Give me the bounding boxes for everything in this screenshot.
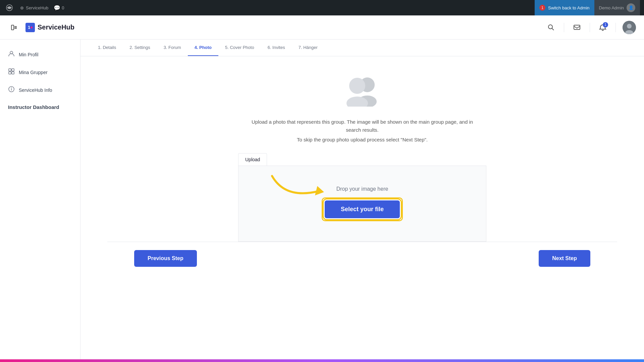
tab-forum-label: 3. Forum xyxy=(164,45,181,50)
tab-details-label: 1. Details xyxy=(98,45,116,50)
sidebar: Min Profil Mina Grupper Ser xyxy=(0,40,80,362)
sidebar-item-min-profil-label: Min Profil xyxy=(19,52,38,57)
tab-settings[interactable]: 2. Settings xyxy=(123,40,157,56)
drop-zone-text: Drop your image here xyxy=(336,186,388,192)
header-divider-2 xyxy=(590,23,590,32)
sidebar-item-mina-grupper-label: Mina Grupper xyxy=(19,70,48,75)
tab-details[interactable]: 1. Details xyxy=(91,40,123,56)
header-right: 1 xyxy=(545,21,636,34)
brand-logo[interactable]: 1 ServiceHub xyxy=(25,23,74,32)
header-divider-3 xyxy=(615,23,616,32)
photo-content: Upload a photo that represents this grou… xyxy=(80,56,644,288)
steps-tabs: 1. Details 2. Settings 3. Forum 4. Photo… xyxy=(80,40,644,56)
search-button[interactable] xyxy=(545,21,557,34)
brand-icon: 1 xyxy=(25,23,35,32)
instructor-dashboard-label: Instructor Dashboard xyxy=(8,104,59,110)
content-card: 1. Details 2. Settings 3. Forum 4. Photo… xyxy=(80,40,644,362)
bottom-gradient-bar xyxy=(0,359,644,362)
svg-rect-13 xyxy=(12,69,14,71)
photo-skip-text: To skip the group photo upload process s… xyxy=(297,137,428,142)
tab-hanger-label: 7. Hänger xyxy=(299,45,318,50)
upload-tabs: Upload xyxy=(238,153,486,166)
tab-cover-photo[interactable]: 5. Cover Photo xyxy=(218,40,261,56)
sidebar-item-instructor-dashboard[interactable]: Instructor Dashboard xyxy=(0,100,80,115)
upload-tab-label: Upload xyxy=(245,157,260,162)
wp-admin-bar: ⊛ ServiceHub 💬 0 1 Switch back to Admin … xyxy=(0,0,644,15)
comments-icon-wrapper[interactable]: 💬 0 xyxy=(54,5,64,11)
sidebar-item-min-profil[interactable]: Min Profil xyxy=(0,46,80,63)
previous-step-label: Previous Step xyxy=(148,255,183,261)
next-step-button[interactable]: Next Step xyxy=(539,250,590,267)
switch-admin-badge: 1 xyxy=(539,5,545,11)
site-name[interactable]: ⊛ ServiceHub xyxy=(20,5,48,10)
demo-admin-label: Demo Admin xyxy=(599,5,624,10)
tab-settings-label: 2. Settings xyxy=(129,45,150,50)
svg-rect-15 xyxy=(12,72,14,74)
svg-rect-14 xyxy=(9,72,11,74)
tab-cover-photo-label: 5. Cover Photo xyxy=(225,45,254,50)
svg-point-5 xyxy=(548,25,552,29)
select-file-highlight: Select your file xyxy=(322,197,403,221)
tab-photo[interactable]: 4. Photo xyxy=(188,40,218,56)
photo-description: Upload a photo that represents this grou… xyxy=(245,118,480,134)
notifications-button[interactable]: 1 xyxy=(597,21,609,34)
switch-back-admin-button[interactable]: 1 Switch back to Admin xyxy=(535,0,594,15)
switch-admin-label: Switch back to Admin xyxy=(548,5,590,10)
comment-icon: 💬 xyxy=(54,5,60,11)
comments-count: 0 xyxy=(62,5,64,10)
svg-point-9 xyxy=(627,24,632,28)
tab-invites[interactable]: 6. Invites xyxy=(261,40,292,56)
user-icon xyxy=(8,50,15,59)
tab-hanger[interactable]: 7. Hänger xyxy=(292,40,324,56)
site-bubble-icon: ⊛ xyxy=(20,5,24,10)
next-step-label: Next Step xyxy=(552,255,577,261)
tab-photo-label: 4. Photo xyxy=(195,45,212,50)
main-header: 1 ServiceHub 1 xyxy=(0,15,644,40)
header-divider-1 xyxy=(564,23,564,32)
sidebar-item-servicehub-info[interactable]: ServiceHub Info xyxy=(0,82,80,98)
demo-admin-menu[interactable]: Demo Admin 👤 xyxy=(594,0,640,15)
tab-forum[interactable]: 3. Forum xyxy=(157,40,188,56)
svg-marker-23 xyxy=(315,186,324,195)
site-name-label: ServiceHub xyxy=(26,5,48,10)
brand-name: ServiceHub xyxy=(38,23,74,31)
drop-zone[interactable]: Drop your image here Select your file xyxy=(238,166,486,242)
select-file-button[interactable]: Select your file xyxy=(325,200,400,218)
group-avatar-placeholder xyxy=(342,70,382,110)
groups-icon xyxy=(8,68,15,76)
info-icon xyxy=(8,86,15,94)
svg-point-18 xyxy=(11,88,12,88)
app-layout: Min Profil Mina Grupper Ser xyxy=(0,40,644,362)
demo-admin-avatar: 👤 xyxy=(627,3,635,12)
svg-rect-1 xyxy=(11,25,14,30)
notifications-badge: 1 xyxy=(603,22,608,27)
svg-point-21 xyxy=(349,78,365,94)
svg-line-6 xyxy=(552,28,554,30)
user-avatar[interactable] xyxy=(623,21,636,34)
sidebar-item-servicehub-info-label: ServiceHub Info xyxy=(19,87,52,93)
wp-logo-icon[interactable] xyxy=(4,2,15,13)
select-file-label: Select your file xyxy=(341,206,384,213)
svg-rect-12 xyxy=(9,69,11,71)
svg-rect-7 xyxy=(574,25,580,29)
sidebar-item-mina-grupper[interactable]: Mina Grupper xyxy=(0,64,80,80)
messages-button[interactable] xyxy=(571,21,583,34)
main-content: 1. Details 2. Settings 3. Forum 4. Photo… xyxy=(80,40,644,362)
upload-tab[interactable]: Upload xyxy=(238,153,267,166)
sidebar-toggle-button[interactable] xyxy=(8,21,20,34)
previous-step-button[interactable]: Previous Step xyxy=(134,250,197,267)
navigation-buttons: Previous Step Next Step xyxy=(107,242,617,275)
tab-invites-label: 6. Invites xyxy=(268,45,285,50)
